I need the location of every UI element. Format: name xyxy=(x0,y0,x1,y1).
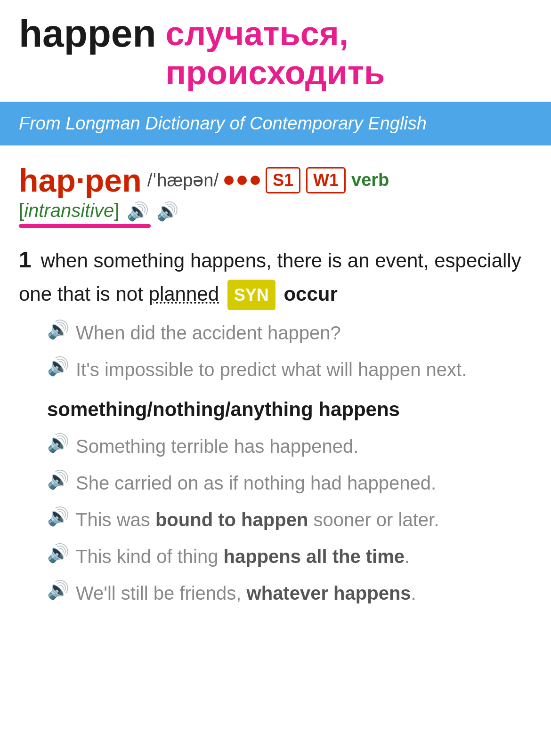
pink-underline-bar xyxy=(19,224,151,228)
grammar-tag: [intransitive] xyxy=(19,200,119,221)
example-text-5: This was bound to happen sooner or later… xyxy=(76,506,439,534)
main-entry: hap·pen /ˈhæpən/ S1 W1 verb [intransitiv… xyxy=(0,145,551,626)
definition-1: 1 when something happens, there is an ev… xyxy=(19,242,532,617)
example-text-3: Something terrible has happened. xyxy=(76,432,358,460)
example-7: 🔊 We'll still be friends, whatever happe… xyxy=(47,579,532,607)
example-6: 🔊 This kind of thing happens all the tim… xyxy=(47,542,532,571)
speaker-icon-blue[interactable]: 🔊 xyxy=(156,202,178,220)
example-1: 🔊 When did the accident happen? xyxy=(47,319,532,347)
bold-phrase-1: bound to happen xyxy=(155,509,308,530)
speaker-icon-gray-4[interactable]: 🔊 xyxy=(47,471,69,489)
example-3: 🔊 Something terrible has happened. xyxy=(47,432,532,460)
example-text-6: This kind of thing happens all the time. xyxy=(76,542,410,571)
dot-1 xyxy=(224,176,234,185)
example-text-4: She carried on as if nothing had happene… xyxy=(76,469,436,497)
grammar-line: [intransitive] 🔊 🔊 xyxy=(19,200,532,221)
speaker-icon-gray-1[interactable]: 🔊 xyxy=(47,321,69,338)
badge-s1[interactable]: S1 xyxy=(266,167,300,193)
dot-2 xyxy=(237,176,247,185)
example-text-7: We'll still be friends, whatever happens… xyxy=(76,579,416,607)
syn-badge: SYN xyxy=(227,280,276,311)
frequency-dots xyxy=(224,176,260,185)
example-4: 🔊 She carried on as if nothing had happe… xyxy=(47,469,532,497)
speaker-icon-gray-7[interactable]: 🔊 xyxy=(47,581,69,599)
pos-label: verb xyxy=(351,170,389,190)
speaker-icon-gray-6[interactable]: 🔊 xyxy=(47,544,69,562)
example-5: 🔊 This was bound to happen sooner or lat… xyxy=(47,506,532,534)
speaker-icon-gray-5[interactable]: 🔊 xyxy=(47,507,69,525)
occur-word: occur xyxy=(284,283,337,305)
speaker-icon-red[interactable]: 🔊 xyxy=(127,202,149,220)
bold-phrase-2: happens all the time xyxy=(224,546,405,567)
example-text-2: It's impossible to predict what will hap… xyxy=(76,355,467,384)
translation-text: случаться, происходить xyxy=(166,14,532,92)
source-banner: From Longman Dictionary of Contemporary … xyxy=(0,102,551,145)
example-text-1: When did the accident happen? xyxy=(76,319,341,347)
dot-3 xyxy=(251,176,260,185)
phrase-header-1: something/nothing/anything happens xyxy=(47,396,532,424)
bold-phrase-3: whatever happens xyxy=(247,583,411,603)
definition-text-block: 1 when something happens, there is an ev… xyxy=(19,242,532,310)
entry-header-line: hap·pen /ˈhæpən/ S1 W1 verb xyxy=(19,164,532,196)
speaker-icon-gray-3[interactable]: 🔊 xyxy=(47,434,69,452)
example-2: 🔊 It's impossible to predict what will h… xyxy=(47,355,532,384)
definition-number-1: 1 xyxy=(19,247,32,272)
speaker-icon-gray-2[interactable]: 🔊 xyxy=(47,357,69,375)
main-word-title: happen xyxy=(19,14,156,53)
underlined-word: planned xyxy=(149,283,219,305)
pronunciation: /ˈhæpən/ xyxy=(147,170,219,191)
source-text: From Longman Dictionary of Contemporary … xyxy=(19,113,427,133)
grammar-inner: intransitive xyxy=(24,200,114,221)
headword: hap·pen xyxy=(19,164,142,196)
badge-w1[interactable]: W1 xyxy=(306,167,346,193)
header-section: happen случаться, происходить xyxy=(0,0,551,102)
